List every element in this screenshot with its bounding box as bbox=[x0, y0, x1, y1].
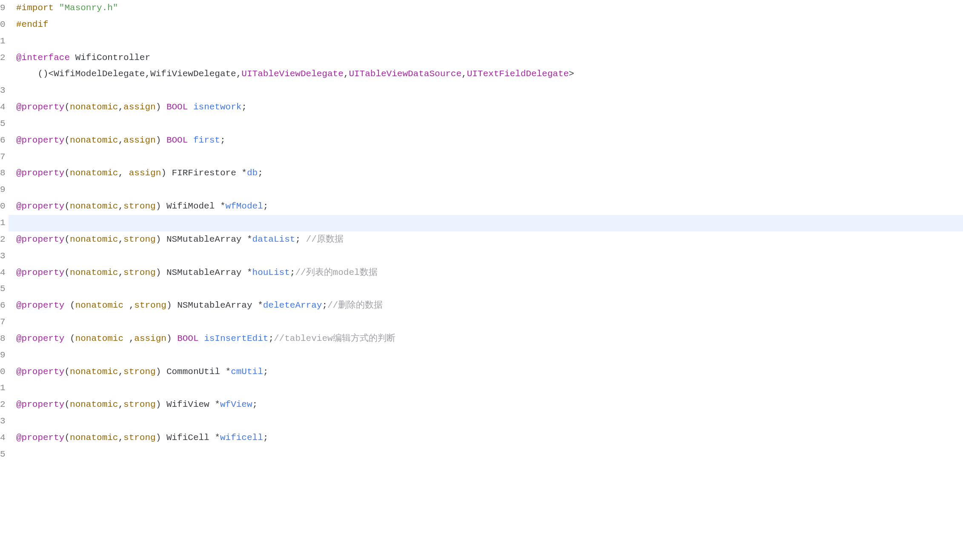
code-line[interactable]: @property(nonatomic,strong) CommonUtil *… bbox=[16, 364, 963, 380]
code-line[interactable]: @property(nonatomic,assign) BOOL isnetwo… bbox=[16, 99, 963, 116]
objc-keyword: @property bbox=[16, 201, 64, 211]
type: WifiView * bbox=[166, 400, 220, 409]
code-line[interactable] bbox=[16, 116, 963, 132]
line-number: 6 bbox=[0, 132, 3, 149]
code-line[interactable] bbox=[16, 33, 963, 50]
type: CommonUtil * bbox=[166, 367, 231, 377]
code-line-highlighted[interactable] bbox=[9, 215, 963, 231]
property-attr: strong bbox=[123, 201, 156, 211]
property-attr: strong bbox=[123, 433, 156, 443]
protocol-name: WifiViewDelegate bbox=[150, 69, 236, 79]
property-name: wificell bbox=[220, 433, 263, 443]
property-name: wfView bbox=[220, 400, 252, 409]
property-attr: nonatomic bbox=[70, 268, 118, 277]
line-number: 3 bbox=[0, 83, 3, 99]
line-number: 6 bbox=[0, 297, 3, 314]
code-line[interactable] bbox=[16, 281, 963, 297]
objc-keyword: @property bbox=[16, 234, 64, 244]
type: WifiCell * bbox=[166, 433, 220, 443]
type: BOOL bbox=[166, 102, 188, 112]
property-name: dataList bbox=[252, 234, 295, 244]
property-name: isnetwork bbox=[188, 102, 241, 112]
property-name: cmUtil bbox=[231, 367, 263, 377]
property-attr: nonatomic bbox=[70, 400, 118, 409]
line-number: 0 bbox=[0, 17, 3, 33]
objc-keyword: @property bbox=[16, 168, 64, 178]
line-number: 5 bbox=[0, 281, 3, 297]
line-number: 4 bbox=[0, 265, 3, 281]
type: FIRFirestore * bbox=[172, 168, 247, 178]
code-line[interactable] bbox=[16, 83, 963, 99]
line-number: 2 bbox=[0, 397, 3, 413]
line-number: 3 bbox=[0, 248, 3, 265]
line-number: 8 bbox=[0, 331, 3, 347]
code-line[interactable]: @property(nonatomic, assign) FIRFirestor… bbox=[16, 165, 963, 182]
property-attr: nonatomic bbox=[70, 367, 118, 377]
line-number: 5 bbox=[0, 446, 3, 463]
type: BOOL bbox=[166, 135, 188, 145]
property-attr: nonatomic bbox=[75, 334, 123, 343]
code-line[interactable]: @property(nonatomic,strong) WifiView *wf… bbox=[16, 397, 963, 413]
code-line[interactable] bbox=[16, 347, 963, 364]
code-line[interactable]: #endif bbox=[16, 17, 963, 33]
objc-keyword: @property bbox=[16, 400, 64, 409]
comment: //原数据 bbox=[306, 234, 344, 244]
objc-keyword: @property bbox=[16, 367, 64, 377]
line-number: 2 bbox=[0, 50, 3, 66]
code-line[interactable]: @interface WifiController bbox=[16, 50, 963, 66]
property-attr: strong bbox=[123, 268, 156, 277]
code-line[interactable] bbox=[16, 314, 963, 331]
code-line[interactable] bbox=[16, 380, 963, 397]
line-number: 9 bbox=[0, 0, 3, 17]
property-attr: nonatomic bbox=[70, 234, 118, 244]
protocol-name: UITextFieldDelegate bbox=[467, 69, 569, 79]
code-line[interactable]: @property(nonatomic,strong) NSMutableArr… bbox=[16, 231, 963, 248]
line-number: 3 bbox=[0, 413, 3, 430]
comment: //列表的model数据 bbox=[295, 268, 377, 277]
property-attr: assign bbox=[123, 135, 156, 145]
protocol-name: UITableViewDataSource bbox=[349, 69, 461, 79]
code-line[interactable]: @property (nonatomic ,assign) BOOL isIns… bbox=[16, 331, 963, 347]
objc-keyword: @property bbox=[16, 102, 64, 112]
code-line[interactable]: @property (nonatomic ,strong) NSMutableA… bbox=[16, 297, 963, 314]
line-number: 1 bbox=[0, 215, 3, 231]
property-attr: nonatomic bbox=[70, 135, 118, 145]
property-attr: nonatomic bbox=[70, 433, 118, 443]
objc-keyword: @property bbox=[16, 268, 64, 277]
code-line[interactable]: @property(nonatomic,strong) WifiCell *wi… bbox=[16, 430, 963, 446]
line-number: 0 bbox=[0, 198, 3, 215]
property-attr: strong bbox=[123, 367, 156, 377]
code-content[interactable]: #import "Masonry.h" #endif @interface Wi… bbox=[9, 0, 963, 463]
line-number: 4 bbox=[0, 99, 3, 116]
property-attr: nonatomic bbox=[70, 201, 118, 211]
code-line[interactable] bbox=[16, 149, 963, 166]
type: NSMutableArray * bbox=[166, 234, 252, 244]
type: WifiModel * bbox=[166, 201, 226, 211]
line-number: 7 bbox=[0, 149, 3, 166]
line-number: 8 bbox=[0, 165, 3, 182]
code-line[interactable]: @property(nonatomic,strong) NSMutableArr… bbox=[16, 265, 963, 281]
property-attr: nonatomic bbox=[70, 102, 118, 112]
code-line[interactable] bbox=[16, 446, 963, 463]
code-line[interactable] bbox=[16, 248, 963, 265]
code-editor[interactable]: 9 0 1 2 3 4 5 6 7 8 9 0 1 2 3 4 5 6 7 8 … bbox=[0, 0, 963, 463]
code-line[interactable] bbox=[16, 413, 963, 430]
property-attr: strong bbox=[123, 400, 156, 409]
line-number: 4 bbox=[0, 430, 3, 446]
string-literal: "Masonry.h" bbox=[59, 3, 118, 13]
code-line[interactable]: #import "Masonry.h" bbox=[16, 0, 963, 17]
code-line[interactable] bbox=[16, 182, 963, 198]
property-attr: strong bbox=[123, 234, 156, 244]
property-attr: assign bbox=[123, 102, 156, 112]
punct: ()< bbox=[16, 69, 54, 79]
code-line[interactable]: @property(nonatomic,strong) WifiModel *w… bbox=[16, 198, 963, 215]
type: NSMutableArray * bbox=[177, 300, 263, 310]
code-line[interactable]: ()<WifiModelDelegate,WifiViewDelegate,UI… bbox=[16, 66, 963, 83]
property-name: first bbox=[188, 135, 220, 145]
code-line[interactable]: @property(nonatomic,assign) BOOL first; bbox=[16, 132, 963, 149]
objc-keyword: @property bbox=[16, 135, 64, 145]
line-number: 1 bbox=[0, 380, 3, 397]
property-attr: nonatomic bbox=[70, 168, 118, 178]
preprocessor-directive: #import bbox=[16, 3, 54, 13]
objc-keyword: @property bbox=[16, 334, 64, 343]
